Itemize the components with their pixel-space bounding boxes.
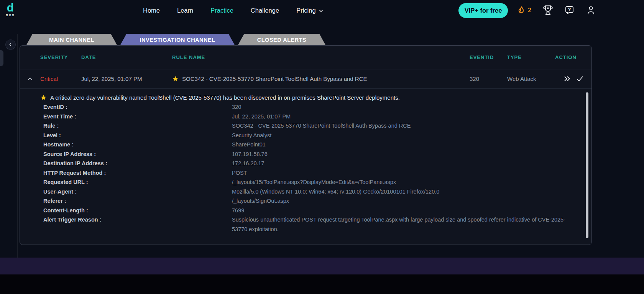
field-value: /_layouts/SignOut.aspx xyxy=(232,196,567,206)
streak-counter[interactable]: 2 xyxy=(516,5,531,15)
logo-letter: d xyxy=(2,2,19,13)
detail-field: EventID : 320 xyxy=(20,102,591,112)
detail-fields: EventID : 320 Event Time : Jul, 22, 2025… xyxy=(20,102,591,236)
field-label: Source IP Address : xyxy=(43,149,232,159)
detail-field: Hostname : SharePoint01 xyxy=(20,140,591,149)
nav-link-pricing[interactable]: Pricing xyxy=(296,7,324,14)
field-value: Mozilla/5.0 (Windows NT 10.0; Win64; x64… xyxy=(232,187,567,197)
alert-row[interactable]: Critical Jul, 22, 2025, 01:07 PM SOC342 … xyxy=(20,69,591,89)
tab-main-channel[interactable]: MAIN CHANNEL xyxy=(26,34,117,46)
field-value: Allowed xyxy=(232,234,567,236)
alert-date: Jul, 22, 2025, 01:07 PM xyxy=(81,76,172,82)
field-value: 320 xyxy=(232,102,567,112)
app-logo[interactable]: d BOX xyxy=(2,2,19,17)
field-label: Content-Length : xyxy=(43,206,232,215)
detail-field: Content-Length : 7699 xyxy=(20,206,591,215)
footer-bottom xyxy=(0,274,644,294)
user-icon xyxy=(586,5,596,15)
nav-link-learn[interactable]: Learn xyxy=(177,7,193,14)
tab-closed-alerts[interactable]: CLOSED ALERTS xyxy=(238,34,326,46)
trophy-icon xyxy=(543,5,553,15)
field-label: User-Agent : xyxy=(43,187,232,197)
detail-field: Destination IP Address : 172.16.20.17 xyxy=(20,159,591,168)
field-label: HTTP Request Method : xyxy=(43,168,232,178)
help-bubble-icon: ? xyxy=(564,5,575,15)
close-alert-icon[interactable] xyxy=(576,75,584,83)
detail-field: Event Time : Jul, 22, 2025, 01:07 PM xyxy=(20,112,591,122)
detail-field: Rule : SOC342 - CVE-2025-53770 SharePoin… xyxy=(20,121,591,131)
detail-field: Device Action : Allowed xyxy=(20,234,591,236)
chevron-down-icon xyxy=(318,8,324,14)
header-date: DATE xyxy=(81,54,172,60)
sidebar-collapse-button[interactable] xyxy=(5,39,16,50)
take-alert-icon[interactable] xyxy=(564,75,572,83)
nav-link-challenge[interactable]: Challenge xyxy=(251,7,279,14)
flame-icon xyxy=(516,5,526,15)
alert-description: A critical zero-day vulnerability named … xyxy=(40,94,591,101)
header-eventid: EVENTID xyxy=(470,54,507,60)
field-value: POST xyxy=(232,168,567,178)
star-icon xyxy=(40,94,47,101)
field-value: /_layouts/15/ToolPane.aspx?DisplayMode=E… xyxy=(232,177,567,187)
detail-field: Referer : /_layouts/SignOut.aspx xyxy=(20,196,591,206)
field-value: Security Analyst xyxy=(232,131,567,140)
nav-link-label: Challenge xyxy=(251,7,279,14)
field-value: 172.16.20.17 xyxy=(232,159,567,168)
chevron-left-icon xyxy=(8,42,13,47)
alert-description-text: A critical zero-day vulnerability named … xyxy=(50,94,400,101)
field-label: Rule : xyxy=(43,121,232,131)
detail-field: Level : Security Analyst xyxy=(20,131,591,140)
row-collapse-toggle[interactable] xyxy=(20,76,40,82)
field-label: Referer : xyxy=(43,196,232,206)
field-value: SharePoint01 xyxy=(232,140,567,149)
alerts-panel: SEVERITY DATE RULE NAME EVENTID TYPE ACT… xyxy=(20,45,592,245)
field-value: Jul, 22, 2025, 01:07 PM xyxy=(232,112,567,122)
sidebar-handle[interactable] xyxy=(0,50,3,66)
alert-detail-panel: A critical zero-day vulnerability named … xyxy=(20,89,591,236)
star-icon xyxy=(172,76,179,82)
alert-severity: Critical xyxy=(40,76,81,82)
field-label: Event Time : xyxy=(43,112,232,122)
header-rule-name: RULE NAME xyxy=(172,54,470,60)
table-header: SEVERITY DATE RULE NAME EVENTID TYPE ACT… xyxy=(20,46,591,69)
field-label: Device Action : xyxy=(43,234,232,236)
header-type: TYPE xyxy=(507,54,555,60)
detail-field: Alert Trigger Reason : Suspicious unauth… xyxy=(20,215,591,234)
detail-field: HTTP Request Method : POST xyxy=(20,168,591,178)
nav-link-home[interactable]: Home xyxy=(143,7,160,14)
logo-subtext: BOX xyxy=(2,13,19,17)
alert-rule-cell: SOC342 - CVE-2025-53770 SharePoint ToolS… xyxy=(172,76,470,82)
streak-count: 2 xyxy=(528,7,531,14)
vip-for-free-button[interactable]: VIP+ for free xyxy=(458,3,508,18)
chevron-up-icon xyxy=(27,76,33,82)
top-nav: d BOX Home Learn Practice Challenge Pric… xyxy=(0,0,644,21)
field-label: Requested URL : xyxy=(43,177,232,187)
field-value: 7699 xyxy=(232,206,567,215)
nav-link-label: Practice xyxy=(210,7,233,14)
detail-scrollbar[interactable] xyxy=(586,92,588,238)
sidebar-divider xyxy=(17,34,18,258)
field-label: Level : xyxy=(43,131,232,140)
field-label: Alert Trigger Reason : xyxy=(43,215,232,234)
field-value: Suspicious unauthenticated POST request … xyxy=(232,215,567,234)
field-label: Destination IP Address : xyxy=(43,159,232,168)
nav-link-label: Pricing xyxy=(296,7,315,14)
nav-link-label: Home xyxy=(143,7,160,14)
tab-investigation-channel[interactable]: INVESTIGATION CHANNEL xyxy=(120,34,235,46)
detail-field: User-Agent : Mozilla/5.0 (Windows NT 10.… xyxy=(20,187,591,197)
header-action: ACTION xyxy=(555,54,591,60)
header-severity: SEVERITY xyxy=(40,54,81,60)
field-label: EventID : xyxy=(43,102,232,112)
account-button[interactable] xyxy=(586,5,596,16)
achievements-button[interactable] xyxy=(543,5,553,16)
field-value: 107.191.58.76 xyxy=(232,149,567,159)
nav-link-practice[interactable]: Practice xyxy=(210,7,233,14)
detail-field: Source IP Address : 107.191.58.76 xyxy=(20,149,591,159)
nav-link-label: Learn xyxy=(177,7,193,14)
detail-field: Requested URL : /_layouts/15/ToolPane.as… xyxy=(20,177,591,187)
svg-text:?: ? xyxy=(568,7,571,12)
support-button[interactable]: ? xyxy=(564,5,575,16)
field-value: SOC342 - CVE-2025-53770 SharePoint ToolS… xyxy=(232,121,567,131)
channel-tabs: MAIN CHANNELINVESTIGATION CHANNELCLOSED … xyxy=(26,34,326,46)
alert-event-id: 320 xyxy=(470,76,507,82)
